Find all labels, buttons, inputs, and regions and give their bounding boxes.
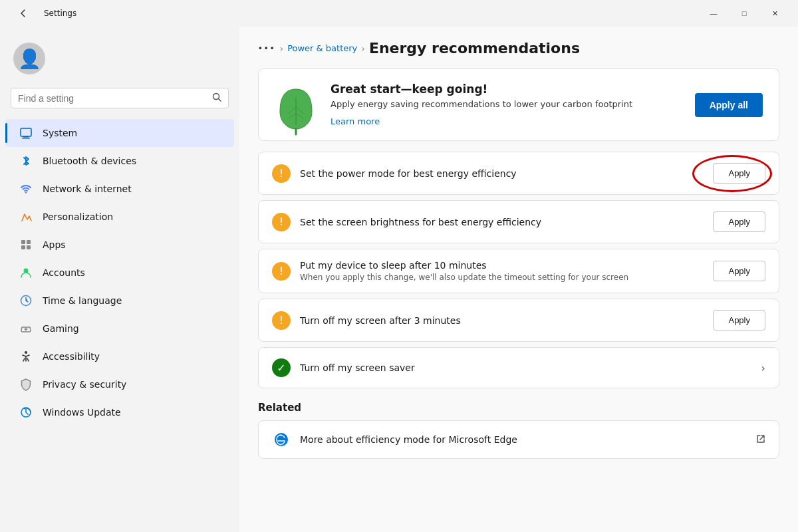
- svg-rect-1: [21, 128, 31, 136]
- sidebar: 👤 System: [0, 27, 239, 532]
- avatar[interactable]: 👤: [13, 43, 45, 74]
- rec-item-sleep: ! Put my device to sleep after 10 minute…: [258, 249, 779, 293]
- related-title: Related: [258, 402, 779, 414]
- sidebar-label-apps: Apps: [43, 239, 66, 250]
- svg-rect-8: [27, 245, 31, 249]
- rec-text-sleep: Put my device to sleep after 10 minutes …: [300, 260, 704, 282]
- breadcrumb-parent[interactable]: Power & battery: [287, 43, 357, 53]
- rec-title-screensaver: Turn off my screen saver: [300, 362, 752, 373]
- learn-more-link[interactable]: Learn more: [331, 116, 380, 126]
- warning-icon-brightness: !: [272, 213, 291, 231]
- sidebar-item-gaming[interactable]: Gaming: [5, 315, 234, 342]
- sidebar-label-personalization: Personalization: [43, 211, 113, 222]
- leaf-icon: [275, 84, 317, 126]
- app-title: Settings: [44, 9, 76, 18]
- rec-title-power-mode: Set the power mode for best energy effic…: [300, 168, 704, 179]
- apply-all-button[interactable]: Apply all: [695, 93, 763, 117]
- breadcrumb-sep2: ›: [361, 43, 365, 54]
- sidebar-label-bluetooth: Bluetooth & devices: [43, 156, 136, 166]
- sidebar-item-apps[interactable]: Apps: [5, 231, 234, 259]
- sidebar-item-bluetooth[interactable]: Bluetooth & devices: [5, 147, 234, 175]
- svg-rect-3: [22, 138, 30, 139]
- hero-desc: Apply energy saving recommendations to l…: [331, 98, 682, 110]
- sidebar-item-time[interactable]: Time & language: [5, 287, 234, 315]
- rec-subtitle-sleep: When you apply this change, we'll also u…: [300, 273, 704, 282]
- titlebar: Settings — □ ✕: [0, 0, 798, 27]
- sidebar-label-gaming: Gaming: [43, 323, 79, 334]
- breadcrumb-current: Energy recommendations: [369, 40, 580, 57]
- gaming-icon: [19, 321, 33, 336]
- sidebar-item-accounts[interactable]: Accounts: [5, 259, 234, 287]
- sidebar-label-network: Network & internet: [43, 184, 132, 194]
- sidebar-item-network[interactable]: Network & internet: [5, 175, 234, 203]
- rec-title-screen-off: Turn off my screen after 3 minutes: [300, 315, 704, 326]
- titlebar-left: Settings: [8, 3, 76, 24]
- breadcrumb: ··· › Power & battery › Energy recommend…: [258, 40, 779, 57]
- apply-button-sleep[interactable]: Apply: [713, 261, 765, 281]
- search-box[interactable]: [11, 88, 229, 108]
- svg-rect-6: [27, 240, 31, 244]
- privacy-icon: [19, 377, 33, 392]
- sidebar-label-update: Windows Update: [43, 407, 121, 418]
- hero-banner: Great start—keep going! Apply energy sav…: [258, 68, 779, 141]
- breadcrumb-sep1: ›: [280, 43, 284, 54]
- rec-text-screensaver: Turn off my screen saver: [300, 362, 752, 373]
- close-button[interactable]: ✕: [759, 3, 790, 24]
- rec-title-sleep: Put my device to sleep after 10 minutes: [300, 260, 704, 271]
- apps-icon: [19, 237, 33, 252]
- window-controls: — □ ✕: [698, 3, 790, 24]
- rec-item-screen-off: ! Turn off my screen after 3 minutes App…: [258, 299, 779, 342]
- personalization-icon: [19, 209, 33, 224]
- sidebar-item-update[interactable]: Windows Update: [5, 398, 234, 426]
- sidebar-item-personalization[interactable]: Personalization: [5, 203, 234, 231]
- app-container: 👤 System: [0, 27, 798, 532]
- sidebar-label-system: System: [43, 128, 77, 138]
- warning-icon-screen-off: !: [272, 311, 291, 330]
- avatar-area: 👤: [0, 37, 239, 88]
- back-button[interactable]: [8, 3, 39, 24]
- check-icon-screensaver: ✓: [272, 358, 291, 377]
- rec-text-power-mode: Set the power mode for best energy effic…: [300, 168, 704, 179]
- accessibility-icon: [19, 349, 33, 364]
- rec-item-brightness: ! Set the screen brightness for best ene…: [258, 200, 779, 243]
- rec-title-brightness: Set the screen brightness for best energ…: [300, 217, 704, 227]
- apply-button-screen-off[interactable]: Apply: [713, 310, 765, 331]
- related-item-edge[interactable]: More about efficiency mode for Microsoft…: [258, 420, 779, 459]
- svg-rect-5: [21, 240, 25, 244]
- svg-rect-2: [23, 136, 29, 138]
- network-icon: [19, 182, 33, 196]
- sidebar-label-privacy: Privacy & security: [43, 379, 126, 390]
- search-input[interactable]: [18, 93, 207, 104]
- apply-button-brightness[interactable]: Apply: [713, 211, 765, 232]
- svg-rect-7: [21, 245, 25, 249]
- sidebar-item-system[interactable]: System: [5, 119, 234, 147]
- chevron-right-icon: ›: [761, 362, 765, 374]
- search-icon: [212, 92, 221, 104]
- rec-item-screensaver[interactable]: ✓ Turn off my screen saver ›: [258, 347, 779, 388]
- sidebar-item-accessibility[interactable]: Accessibility: [5, 342, 234, 370]
- hero-text: Great start—keep going! Apply energy sav…: [331, 82, 682, 127]
- apply-button-power-mode[interactable]: Apply: [713, 163, 765, 184]
- breadcrumb-dots[interactable]: ···: [258, 41, 276, 55]
- edge-icon: [272, 430, 291, 449]
- rec-text-screen-off: Turn off my screen after 3 minutes: [300, 315, 704, 326]
- svg-point-4: [25, 192, 27, 193]
- svg-point-11: [25, 351, 27, 354]
- user-icon: 👤: [18, 48, 41, 70]
- sidebar-label-accessibility: Accessibility: [43, 351, 100, 362]
- external-link-icon: [756, 434, 765, 446]
- rec-item-power-mode: ! Set the power mode for best energy eff…: [258, 152, 779, 195]
- related-label-edge: More about efficiency mode for Microsoft…: [300, 434, 747, 445]
- time-icon: [19, 293, 33, 308]
- bluetooth-icon: [19, 154, 33, 168]
- rec-text-brightness: Set the screen brightness for best energ…: [300, 217, 704, 227]
- accounts-icon: [19, 265, 33, 280]
- system-icon: [19, 126, 33, 140]
- update-icon: [19, 405, 33, 420]
- content-area: ··· › Power & battery › Energy recommend…: [239, 27, 798, 532]
- sidebar-item-privacy[interactable]: Privacy & security: [5, 370, 234, 398]
- hero-title: Great start—keep going!: [331, 82, 682, 96]
- warning-icon-sleep: !: [272, 262, 291, 281]
- minimize-button[interactable]: —: [698, 3, 729, 24]
- maximize-button[interactable]: □: [729, 3, 759, 24]
